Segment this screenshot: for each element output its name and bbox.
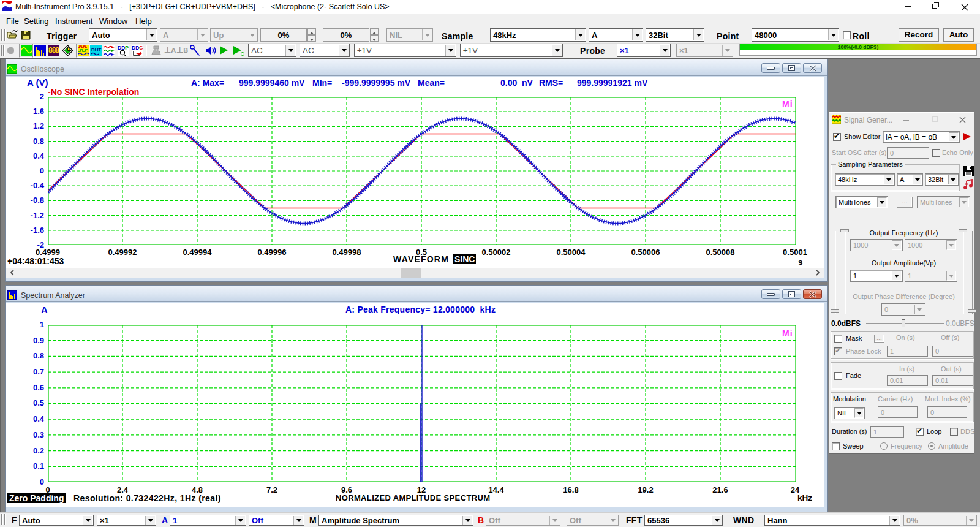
svg-text:DDP: DDP	[118, 45, 129, 51]
svg-text:DUT: DUT	[91, 47, 102, 53]
svg-text:DDC: DDC	[132, 45, 143, 51]
svg-text:Mi: Mi	[782, 328, 793, 338]
svg-text:Mi: Mi	[782, 99, 793, 109]
